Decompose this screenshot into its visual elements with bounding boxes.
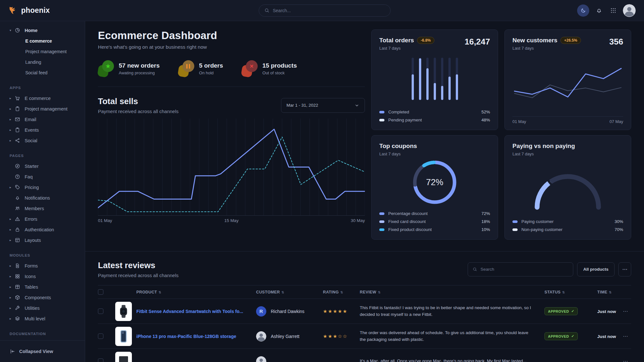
legend-item: Pending payment 48% — [379, 116, 490, 124]
donut-center-label: 72% — [426, 177, 443, 187]
caret-right-icon: ▸ — [10, 118, 15, 121]
sidebar-item-authentication[interactable]: ▸ Authentication — [0, 224, 85, 235]
global-search-input[interactable] — [273, 8, 385, 13]
reviews-search-input[interactable] — [480, 267, 568, 272]
phoenix-logo-icon — [8, 6, 18, 15]
date-range-select[interactable]: Mar 1 - 31, 2022 — [281, 98, 365, 113]
column-header-rating[interactable]: RATING⇅ — [320, 285, 357, 299]
moon-icon — [580, 7, 586, 13]
product-link[interactable]: iPhone 13 pro max-Pacific Blue-128GB sto… — [136, 334, 236, 339]
row-more-button[interactable]: ⋯ — [620, 333, 631, 339]
row-more-button[interactable]: ⋯ — [620, 308, 631, 314]
sidebar-item-project-management[interactable]: Project management — [0, 46, 85, 57]
sidebar-item-landing[interactable]: Landing — [0, 57, 85, 67]
stat-out-of-stock: ✕ 15 products Out of stock — [242, 60, 297, 77]
total-orders-card: Total orders -6.8% Last 7 days 16,247 — [371, 29, 498, 130]
sidebar-item-tables[interactable]: ▸ Tables — [0, 282, 85, 292]
column-header-product[interactable]: PRODUCT⇅ — [111, 285, 252, 299]
column-header-review[interactable]: REVIEW⇅ — [357, 285, 544, 299]
legend-item: Fixed product discount 10% — [379, 226, 490, 234]
reviews-search — [468, 262, 573, 276]
section-label-modules: MODULES — [10, 253, 85, 257]
sidebar-item-events[interactable]: ▸ Events — [0, 125, 85, 135]
reviews-more-button[interactable]: ⋯ — [618, 262, 631, 276]
legend-item: Completed 52% — [379, 108, 490, 116]
time-value: Just now — [597, 334, 616, 339]
bell-icon — [15, 195, 20, 201]
sidebar-item-multi-level[interactable]: ▸ Multi level — [0, 313, 85, 324]
caret-right-icon: ▸ — [10, 317, 15, 320]
row-checkbox[interactable] — [98, 333, 103, 339]
sidebar-item-pricing[interactable]: ▸ Pricing — [0, 182, 85, 193]
row-checkbox[interactable] — [98, 358, 103, 362]
layers-icon — [15, 316, 20, 321]
customer-avatar — [256, 331, 266, 341]
sidebar-item-apps-project-management[interactable]: ▸ Project management — [0, 103, 85, 114]
rating-stars: ★★★★★ — [320, 309, 348, 314]
total-orders-bar-chart — [412, 58, 458, 100]
sidebar-item-members[interactable]: Members — [0, 203, 85, 214]
new-customers-card: New customers +26.5% Last 7 days 356 01 … — [504, 29, 631, 130]
customer-cell[interactable]: R Richard Dawkins — [252, 306, 320, 317]
sidebar-item-utilities[interactable]: ▸ Utilities — [0, 303, 85, 313]
apps-menu-button[interactable] — [609, 6, 618, 15]
sidebar-item-apps-ecommerce[interactable]: ▸ E commerce — [0, 93, 85, 103]
sort-icon: ⇅ — [609, 291, 612, 294]
customer-cell[interactable]: Ashley Garrett — [252, 331, 320, 341]
compass-icon — [15, 163, 20, 169]
paying-vs-non-paying-card: Paying vs non paying Last 7 days Paying … — [504, 135, 631, 240]
latest-reviews-section: Latest reviews Payment received across a… — [98, 260, 631, 362]
caret-right-icon: ▸ — [10, 217, 15, 221]
row-checkbox[interactable] — [98, 309, 103, 314]
table-row: iPhone 13 pro max-Pacific Blue-128GB sto… — [98, 324, 631, 349]
sort-icon: ⇅ — [562, 291, 565, 294]
sidebar-item-ecommerce[interactable]: E commerce — [0, 36, 85, 46]
sidebar-item-social-feed[interactable]: Social feed — [0, 67, 85, 78]
clipboard-icon — [15, 106, 20, 111]
stat-new-orders: ★ 57 new orders Awating processing — [98, 60, 160, 77]
all-products-button[interactable]: All products — [577, 262, 615, 276]
column-header-time[interactable]: TIME⇅ — [597, 285, 620, 299]
sidebar-item-social[interactable]: ▸ Social — [0, 135, 85, 146]
legend-item: Paying customer 30% — [512, 218, 623, 226]
sidebar-item-components[interactable]: ▸ Components — [0, 292, 85, 303]
sidebar-item-forms[interactable]: ▸ Forms — [0, 260, 85, 271]
legend-item: Fixed card discount 18% — [379, 218, 490, 226]
sidebar-item-starter[interactable]: Starter — [0, 161, 85, 171]
sidebar-item-icons[interactable]: ▸ Icons — [0, 271, 85, 282]
product-link[interactable]: Fitbit Sense Advanced Smartwatch with To… — [136, 309, 243, 314]
collapse-sidebar-button[interactable]: Collapsed View — [0, 340, 85, 362]
layout-icon — [15, 237, 20, 243]
customer-cell[interactable] — [252, 356, 320, 362]
sidebar-item-faq[interactable]: Faq — [0, 171, 85, 182]
kpi-cards: Total orders -6.8% Last 7 days 16,247 — [371, 29, 631, 240]
notifications-button[interactable] — [594, 6, 604, 15]
customer-avatar — [256, 356, 266, 362]
review-text: The order was delivered ahead of schedul… — [357, 330, 544, 343]
pie-chart-icon — [15, 28, 20, 33]
stats-row: ★ 57 new orders Awating processing 5 ord… — [98, 60, 365, 87]
select-all-checkbox[interactable] — [98, 289, 103, 295]
new-orders-star-icon: ★ — [98, 60, 114, 77]
total-sells-chart — [98, 119, 365, 216]
product-thumbnail — [115, 352, 132, 362]
user-avatar[interactable] — [623, 4, 636, 17]
caret-right-icon: ▸ — [10, 306, 15, 310]
theme-toggle-button[interactable] — [577, 4, 589, 17]
brand[interactable]: phoenix — [8, 6, 50, 15]
new-customers-x-axis: 01 May 07 May — [512, 116, 623, 124]
review-text: It's a Mac, after all. Once you've gone … — [357, 358, 544, 362]
new-customers-value: 356 — [609, 37, 623, 47]
sidebar-item-errors[interactable]: ▸ Errors — [0, 214, 85, 224]
sidebar-item-notifications[interactable]: Notifications — [0, 193, 85, 203]
sidebar-item-home[interactable]: ▾ Home — [0, 25, 85, 36]
total-orders-value: 16,247 — [464, 37, 490, 47]
section-label-documentation: DOCUMENTATION — [10, 332, 85, 336]
row-more-button[interactable]: ⋯ — [620, 358, 631, 362]
column-header-customer[interactable]: CUSTOMER⇅ — [252, 285, 320, 299]
caret-right-icon: ▸ — [10, 264, 15, 267]
sidebar-item-email[interactable]: ▸ Email — [0, 114, 85, 125]
sidebar-item-layouts[interactable]: ▸ Layouts — [0, 235, 85, 245]
question-circle-icon — [15, 174, 20, 179]
column-header-status[interactable]: STATUS⇅ — [544, 285, 597, 299]
